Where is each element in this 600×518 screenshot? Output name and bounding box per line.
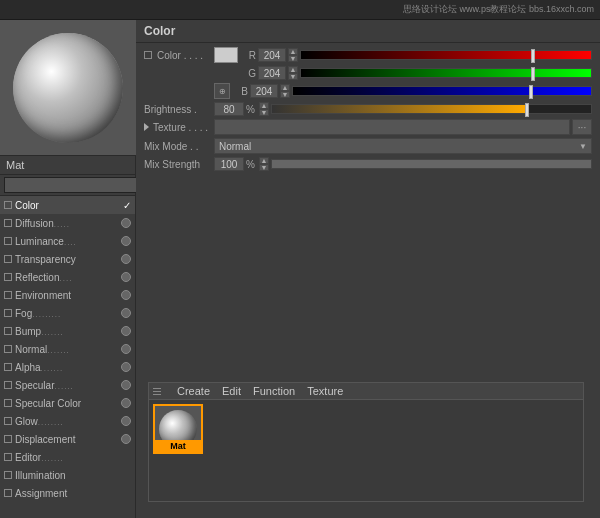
g-up-arrow[interactable]: ▲ [288,66,298,73]
brightness-input[interactable] [214,102,244,116]
g-slider-fill [301,69,591,77]
channel-circle-transparency[interactable] [121,254,131,264]
channel-name-alpha: Alpha....... [15,362,119,373]
channel-checkbox-displacement [4,435,12,443]
channel-checkbox-normal [4,345,12,353]
browser-menu-edit[interactable]: Edit [222,385,241,397]
channel-name-color: Color [15,200,121,211]
channel-circle-environment[interactable] [121,290,131,300]
channel-circle-luminance[interactable] [121,236,131,246]
r-up-arrow[interactable]: ▲ [288,48,298,55]
channel-transparency[interactable]: Transparency [0,250,135,268]
color-enabled-dot [144,51,152,59]
channel-circle-reflection[interactable] [121,272,131,282]
g-row: G ▲ ▼ [144,66,592,80]
material-thumbnail-mat[interactable]: Mat [153,404,203,454]
channel-circle-normal[interactable] [121,344,131,354]
channel-name-glow: Glow........ [15,416,119,427]
channel-checkbox-diffusion [4,219,12,227]
b-spinner: ▲ ▼ [280,84,290,98]
channel-checkbox-specular [4,381,12,389]
mixstrength-slider[interactable] [271,159,592,169]
channel-specular-color[interactable]: Specular Color [0,394,135,412]
channel-color[interactable]: Color ✓ [0,196,135,214]
r-slider[interactable] [300,50,592,60]
g-value-input[interactable] [258,66,286,80]
channel-fog[interactable]: Fog......... [0,304,135,322]
right-panel: Color Color . . . . R ▲ ▼ [136,20,600,518]
filter-input[interactable] [4,177,139,193]
channel-circle-diffusion[interactable] [121,218,131,228]
brightness-up-arrow[interactable]: ▲ [259,102,269,109]
channel-checkbox-bump [4,327,12,335]
channel-name-specularcolor: Specular Color [15,398,119,409]
color-label: Color . . . . [144,50,214,61]
b-up-arrow[interactable]: ▲ [280,84,290,91]
b-label: B [234,86,248,97]
channel-diffusion[interactable]: Diffusion..... [0,214,135,232]
channel-check-color: ✓ [123,200,131,211]
brightness-down-arrow[interactable]: ▼ [259,109,269,116]
material-browser: Create Edit Function Texture Mat [148,382,584,502]
mixstrength-input[interactable] [214,157,244,171]
channel-circle-fog[interactable] [121,308,131,318]
left-panel: Mat ▶ ⚙ Color ✓ Diffusion..... [0,20,136,518]
channel-illumination[interactable]: Illumination [0,466,135,484]
brightness-slider[interactable] [271,104,592,114]
b-slider-thumb [529,85,533,99]
channel-bump[interactable]: Bump....... [0,322,135,340]
color-section: Color . . . . R ▲ ▼ G [136,43,600,178]
channel-name-specular: Specular...... [15,380,119,391]
channel-normal[interactable]: Normal....... [0,340,135,358]
mixmode-dropdown[interactable]: Normal ▼ [214,138,592,154]
texture-bar[interactable] [214,119,570,135]
channel-circle-displacement[interactable] [121,434,131,444]
brightness-label: Brightness . [144,104,214,115]
channel-alpha[interactable]: Alpha....... [0,358,135,376]
r-value-input[interactable] [258,48,286,62]
channel-name-environment: Environment [15,290,119,301]
watermark: 思络设计论坛 www.ps教程论坛 bbs.16xxch.com [403,3,594,16]
channel-editor[interactable]: Editor....... [0,448,135,466]
b-down-arrow[interactable]: ▼ [280,91,290,98]
texture-expand-arrow[interactable] [144,123,149,131]
channel-name-reflection: Reflection.... [15,272,119,283]
browser-menu-texture[interactable]: Texture [307,385,343,397]
b-value-input[interactable] [250,84,278,98]
channel-reflection[interactable]: Reflection.... [0,268,135,286]
channel-name-bump: Bump....... [15,326,119,337]
mixstrength-down-arrow[interactable]: ▼ [259,164,269,171]
eyedropper-icon[interactable]: ⊕ [214,83,230,99]
mixstrength-up-arrow[interactable]: ▲ [259,157,269,164]
channel-environment[interactable]: Environment [0,286,135,304]
browser-menu-create[interactable]: Create [177,385,210,397]
channel-circle-specular[interactable] [121,380,131,390]
browser-menu-function[interactable]: Function [253,385,295,397]
channel-circle-alpha[interactable] [121,362,131,372]
channel-assignment[interactable]: Assignment [0,484,135,502]
r-down-arrow[interactable]: ▼ [288,55,298,62]
color-swatch[interactable] [214,47,238,63]
channel-circle-bump[interactable] [121,326,131,336]
r-label: R [242,50,256,61]
channel-specular[interactable]: Specular...... [0,376,135,394]
channel-displacement[interactable]: Displacement [0,430,135,448]
brightness-spinner: ▲ ▼ [259,102,269,116]
g-label: G [242,68,256,79]
mixstrength-row: Mix Strength % ▲ ▼ [144,157,592,171]
b-slider[interactable] [292,86,592,96]
channel-circle-specularcolor[interactable] [121,398,131,408]
texture-options-button[interactable]: ··· [572,119,592,135]
g-slider[interactable] [300,68,592,78]
channel-luminance[interactable]: Luminance.... [0,232,135,250]
filter-bar: ▶ ⚙ [0,175,135,196]
mixstrength-fill [272,160,591,168]
channel-glow[interactable]: Glow........ [0,412,135,430]
g-spinner: ▲ ▼ [288,66,298,80]
texture-row: Texture . . . . ··· [144,119,592,135]
g-down-arrow[interactable]: ▼ [288,73,298,80]
mixmode-chevron: ▼ [579,142,587,151]
g-slider-thumb [531,67,535,81]
channel-circle-glow[interactable] [121,416,131,426]
mixstrength-label: Mix Strength [144,159,214,170]
